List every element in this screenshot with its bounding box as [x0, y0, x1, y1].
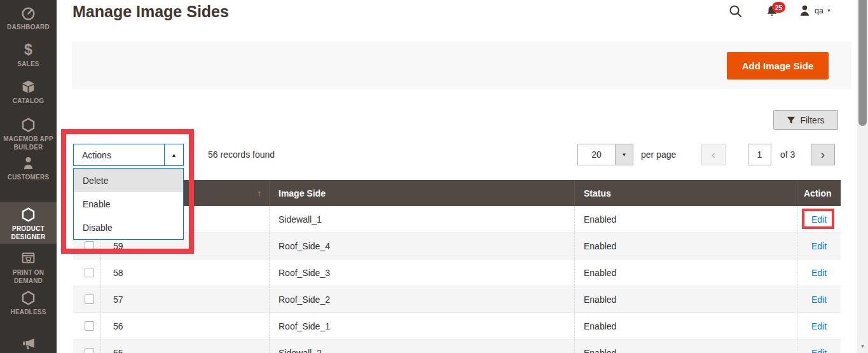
megaphone-icon [20, 336, 36, 352]
cell-status: Enabled [574, 206, 797, 232]
sidebar-item-sales[interactable]: $ SALES [0, 42, 57, 68]
per-page-select[interactable]: 20 ▼ [577, 144, 633, 165]
sort-ascending-icon: ↑ [258, 188, 262, 198]
page-number-input[interactable] [748, 144, 771, 165]
filter-funnel-icon [787, 116, 796, 125]
cell-image-side: Roof_Side_1 [269, 313, 574, 339]
vertical-scrollbar: ▼ [857, 0, 868, 353]
menu-item-disable[interactable]: Disable [74, 216, 183, 239]
dollar-icon: $ [24, 42, 32, 58]
header-image-side[interactable]: Image Side [269, 180, 574, 206]
actions-label: Actions [74, 144, 164, 165]
scrollbar-thumb[interactable] [858, 0, 867, 126]
row-checkbox[interactable] [85, 294, 94, 304]
cell-status: Enabled [574, 313, 797, 339]
cell-id: 56 [100, 313, 269, 339]
cell-status: Enabled [574, 233, 797, 259]
table-row: 55 Sidewall_2 Enabled Edit [73, 340, 841, 353]
menu-item-delete[interactable]: Delete [74, 169, 183, 192]
image-sides-table: ↑ Image Side Status Action Sidewall_1 En… [73, 180, 841, 353]
sidebar-item-headless[interactable]: HEADLESS [0, 290, 57, 316]
hexagon-icon [20, 207, 36, 223]
account-icon [798, 4, 811, 17]
next-page-button[interactable]: › [811, 144, 835, 165]
actions-dropdown-menu: Delete Enable Disable [73, 168, 184, 240]
sidebar-item-print-on-demand[interactable]: PRINT ON DEMAND [0, 251, 57, 285]
records-found-text: 56 records found [208, 149, 275, 160]
sidebar-item-label: PRODUCT DESIGNER [3, 225, 54, 241]
table-row: 57 Roof_Side_2 Enabled Edit [73, 286, 841, 313]
edit-link[interactable]: Edit [811, 294, 827, 305]
per-page-caret-box: ▼ [615, 144, 633, 165]
cell-status: Enabled [574, 260, 797, 286]
sidebar-item-marketing[interactable]: MARKETING [0, 336, 57, 353]
cell-id: 58 [100, 260, 269, 286]
edit-link[interactable]: Edit [811, 348, 827, 353]
admin-page: DASHBOARD $ SALES CATALOG MAGEMOB APP BU… [0, 0, 868, 353]
actions-caret-box: ▲ [164, 144, 183, 165]
sidebar-item-customers[interactable]: CUSTOMERS [0, 155, 57, 181]
sidebar-item-catalog[interactable]: CATALOG [0, 79, 57, 105]
sidebar-item-label: SALES [3, 60, 54, 68]
person-icon [20, 155, 36, 171]
table-row: 56 Roof_Side_1 Enabled Edit [73, 313, 841, 340]
user-menu[interactable]: qa ▼ [798, 4, 831, 17]
filters-label: Filters [800, 115, 824, 125]
sidebar-nav: DASHBOARD $ SALES CATALOG MAGEMOB APP BU… [0, 0, 57, 353]
cell-id: 57 [100, 286, 269, 312]
header-status[interactable]: Status [574, 180, 797, 206]
search-button[interactable] [728, 4, 743, 21]
table-header-row: ↑ Image Side Status Action [73, 180, 841, 206]
cell-status: Enabled [574, 286, 797, 312]
table-row: 59 Roof_Side_4 Enabled Edit [73, 233, 841, 260]
row-checkbox[interactable] [85, 348, 94, 353]
print-window-icon [20, 251, 36, 266]
sidebar-item-label: CATALOG [3, 97, 54, 105]
cell-image-side: Roof_Side_2 [269, 286, 574, 312]
notification-count-badge: 25 [772, 2, 785, 13]
user-name: qa [815, 6, 823, 15]
sidebar-item-dashboard[interactable]: DASHBOARD [0, 5, 57, 31]
sidebar-item-label: HEADLESS [3, 308, 54, 316]
table-row: Sidewall_1 Enabled Edit [73, 206, 841, 233]
hexagon-icon [20, 117, 36, 133]
search-icon [728, 4, 743, 18]
edit-link[interactable]: Edit [811, 321, 827, 331]
per-page-value: 20 [578, 144, 615, 165]
edit-link[interactable]: Edit [811, 268, 827, 278]
package-icon [20, 79, 36, 95]
sidebar-item-magemob-app-builder[interactable]: MAGEMOB APP BUILDER [0, 117, 57, 151]
sidebar-item-label: PRINT ON DEMAND [3, 268, 54, 285]
table-row: 58 Roof_Side_3 Enabled Edit [73, 260, 841, 286]
per-page-label: per page [641, 149, 676, 160]
page-title: Manage Image Sides [72, 3, 229, 21]
scrollbar-down-arrow[interactable]: ▼ [857, 343, 868, 349]
header-action: Action [797, 180, 841, 206]
total-pages-text: of 3 [780, 149, 795, 160]
edit-link[interactable]: Edit [811, 241, 827, 251]
row-checkbox[interactable] [85, 268, 94, 277]
caret-down-icon: ▼ [622, 152, 627, 158]
sidebar-item-product-designer[interactable]: PRODUCT DESIGNER [0, 202, 57, 244]
cell-status: Enabled [574, 340, 797, 353]
caret-up-icon: ▲ [171, 152, 177, 158]
edit-link[interactable]: Edit [811, 214, 827, 225]
row-checkbox[interactable] [85, 241, 94, 251]
sidebar-item-label: DASHBOARD [3, 23, 54, 31]
cell-id: 55 [100, 340, 269, 353]
add-image-side-button[interactable]: Add Image Side [727, 52, 829, 80]
cell-image-side: Sidewall_1 [269, 206, 574, 232]
cell-image-side: Roof_Side_4 [269, 233, 574, 259]
cell-image-side: Roof_Side_3 [269, 260, 574, 286]
hexagon-icon [20, 290, 36, 306]
menu-item-enable[interactable]: Enable [74, 192, 183, 216]
sidebar-item-label: CUSTOMERS [3, 173, 54, 181]
dashboard-gauge-icon [20, 5, 36, 21]
cell-image-side: Sidewall_2 [269, 340, 574, 353]
filters-button[interactable]: Filters [773, 110, 838, 130]
caret-down-icon: ▼ [827, 8, 831, 13]
previous-page-button[interactable]: ‹ [701, 144, 726, 165]
sidebar-item-label: MAGEMOB APP BUILDER [3, 135, 54, 151]
row-checkbox[interactable] [85, 321, 94, 331]
actions-dropdown-button[interactable]: Actions ▲ [73, 144, 184, 166]
